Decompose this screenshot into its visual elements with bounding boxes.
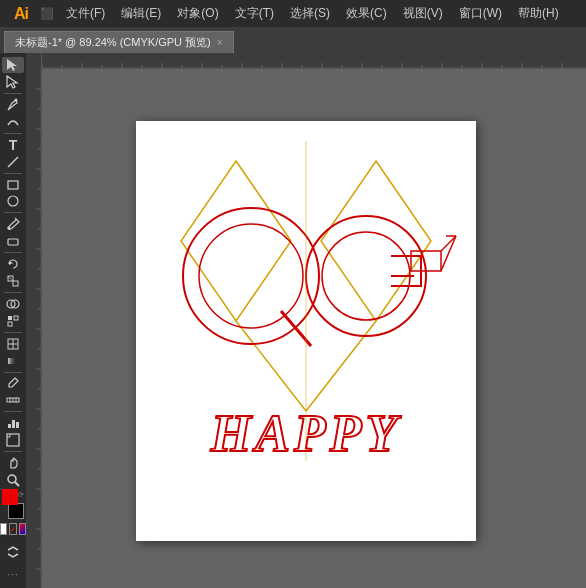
reset-colors-icon[interactable]: ⟳ [18,491,26,499]
menu-edit[interactable]: 编辑(E) [113,0,169,27]
pen-tool[interactable] [2,97,24,113]
eyedropper-tool[interactable] [2,375,24,391]
toolbar-separator-5 [4,252,22,253]
menu-effect[interactable]: 效果(C) [338,0,395,27]
menu-help[interactable]: 帮助(H) [510,0,567,27]
main-area: T [0,53,586,588]
live-paint-tool[interactable] [2,313,24,329]
scale-tool[interactable] [2,273,24,289]
tab-close-button[interactable]: × [217,37,223,48]
toolbar-separator-4 [4,212,22,213]
menu-view[interactable]: 视图(V) [395,0,451,27]
toolbar-separator-10 [4,451,22,452]
svg-line-11 [8,276,13,281]
artboard-tool[interactable] [2,432,24,448]
svg-line-32 [15,482,19,486]
svg-line-90 [306,321,376,411]
svg-rect-25 [8,424,11,428]
fill-color-box[interactable] [2,489,18,505]
svg-point-92 [199,224,303,328]
measure-tool[interactable] [2,392,24,408]
app-logo: Ai [6,0,36,27]
artboard: HAPPY HAPPY [136,121,476,541]
paintbrush-tool[interactable] [2,216,24,232]
artwork: HAPPY HAPPY [136,121,476,541]
toolbar-separator-9 [4,411,22,412]
color-mode-row [0,523,26,535]
color-section: ⟳ ··· [0,489,26,584]
toolbar-separator-7 [4,332,22,333]
swap-colors-icon[interactable] [2,541,24,563]
toolbar-separator-1 [4,93,22,94]
zoom-tool[interactable] [2,472,24,488]
menu-bar: Ai ⬛ 文件(F) 编辑(E) 对象(O) 文字(T) 选择(S) 效果(C)… [0,0,586,27]
hand-tool[interactable] [2,455,24,471]
extra-tool-area [2,541,24,563]
svg-marker-1 [7,76,17,88]
svg-point-6 [8,227,11,230]
graph-tool[interactable] [2,415,24,431]
svg-rect-14 [8,316,12,320]
color-stroke-swatch[interactable] [9,523,16,535]
color-fill-swatch[interactable] [0,523,7,535]
color-gradient-swatch[interactable] [19,523,26,535]
svg-line-3 [8,157,18,167]
fill-stroke-area: ⟳ [0,489,26,519]
svg-rect-16 [8,322,12,326]
svg-line-98 [441,236,456,251]
gradient-tool[interactable] [2,353,24,369]
selection-tool[interactable] [2,57,24,73]
stroke-color-box[interactable] [8,503,24,519]
ruler-top [26,53,586,69]
left-toolbar: T [0,53,26,588]
menu-icon: ⬛ [40,7,54,20]
eraser-tool[interactable] [2,233,24,249]
svg-line-89 [236,321,306,411]
svg-rect-26 [12,420,15,428]
svg-rect-7 [8,239,18,245]
svg-rect-4 [8,181,18,189]
svg-rect-28 [7,434,19,446]
menu-object[interactable]: 对象(O) [169,0,226,27]
svg-text:HAPPY: HAPPY [210,405,402,462]
svg-point-91 [183,208,319,344]
svg-rect-27 [16,422,19,428]
rectangle-tool[interactable] [2,176,24,192]
svg-rect-20 [8,358,18,364]
tab-bar: 未标题-1* @ 89.24% (CMYK/GPU 预览) × [0,27,586,53]
type-tool[interactable]: T [2,137,24,153]
svg-rect-15 [14,316,18,320]
shape-builder-tool[interactable] [2,296,24,312]
ellipse-tool[interactable] [2,193,24,209]
mesh-tool[interactable] [2,336,24,352]
svg-marker-8 [9,261,13,265]
toolbar-separator-6 [4,292,22,293]
menu-window[interactable]: 窗口(W) [451,0,510,27]
toolbar-separator-2 [4,133,22,134]
menu-file[interactable]: 文件(F) [58,0,113,27]
rotate-tool[interactable] [2,256,24,272]
canvas-area[interactable]: HAPPY HAPPY [26,53,586,588]
ruler-left [26,53,42,588]
tab-title: 未标题-1* @ 89.24% (CMYK/GPU 预览) [15,35,211,50]
toolbar-separator-8 [4,372,22,373]
line-tool[interactable] [2,154,24,170]
more-tools-icon[interactable]: ··· [7,569,18,580]
svg-marker-87 [181,161,291,321]
document-tab[interactable]: 未标题-1* @ 89.24% (CMYK/GPU 预览) × [4,31,234,53]
svg-line-99 [441,236,456,271]
menu-text[interactable]: 文字(T) [227,0,282,27]
svg-marker-0 [7,59,17,71]
svg-rect-10 [13,281,18,286]
menu-select[interactable]: 选择(S) [282,0,338,27]
toolbar-separator-3 [4,173,22,174]
direct-selection-tool[interactable] [2,74,24,90]
curvature-tool[interactable] [2,114,24,130]
svg-point-2 [15,98,18,101]
svg-point-31 [8,475,16,483]
svg-point-5 [8,196,18,206]
